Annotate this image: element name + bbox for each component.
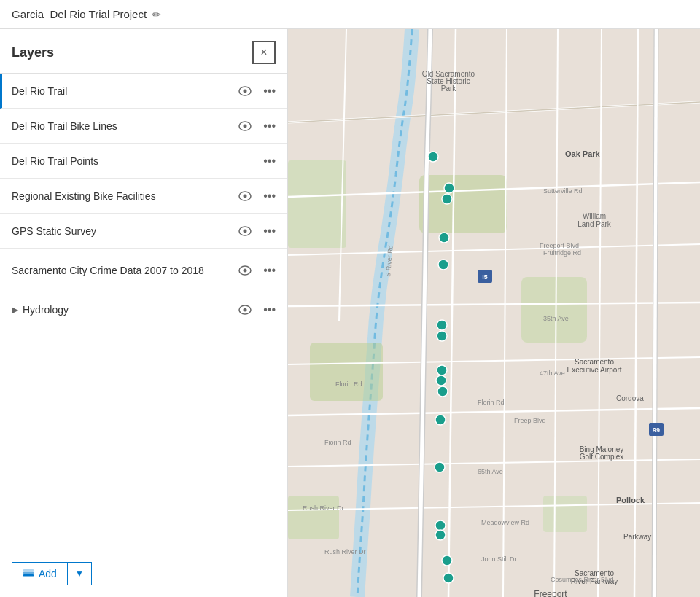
project-title: Garcia_Del Rio Trial Project [12,8,147,20]
expand-arrow-icon: ▶ [12,305,18,315]
more-options-icon[interactable]: ••• [260,302,279,318]
more-options-icon[interactable]: ••• [260,262,279,278]
svg-rect-16 [288,160,346,248]
layer-controls: ••• [236,302,279,318]
more-options-icon[interactable]: ••• [260,188,279,204]
svg-text:Meadowview Rd: Meadowview Rd [481,519,529,526]
layer-name: GPS Static Survey [12,225,236,237]
layer-controls: ••• [236,118,279,134]
visibility-icon[interactable] [236,120,254,133]
svg-text:Sutterville Rd: Sutterville Rd [543,187,583,195]
more-options-icon[interactable]: ••• [260,118,279,134]
svg-point-5 [244,194,247,198]
more-options-icon[interactable]: ••• [260,83,279,99]
layer-name: Sacramento City Crime Data 2007 to 2018 [12,265,236,276]
map-container[interactable]: Old Sacramento State Historic Park Oak P… [288,29,700,597]
layer-name: Del Rio Trail [12,85,236,97]
svg-rect-14 [23,569,34,571]
visibility-icon[interactable] [236,303,254,316]
svg-point-85 [435,520,446,531]
map-svg: Old Sacramento State Historic Park Oak P… [288,29,700,597]
sidebar-footer: Add ▼ [0,550,287,597]
visibility-icon[interactable] [236,190,254,203]
layer-controls: ••• [260,153,279,169]
layers-icon [23,568,34,580]
layers-sidebar: Layers × Del Rio Trail ••• [0,29,288,597]
svg-text:99: 99 [653,426,660,434]
layer-item-hydrology[interactable]: ▶ Hydrology ••• [0,292,287,327]
app-header: Garcia_Del Rio Trial Project ✏ [0,0,700,29]
layer-item-del-rio-trail[interactable]: Del Rio Trail ••• [0,74,287,109]
layer-item-crime-data[interactable]: Sacramento City Crime Data 2007 to 2018 … [0,249,287,292]
add-dropdown-button[interactable]: ▼ [68,563,91,585]
svg-point-77 [438,260,448,270]
layer-item-gps-survey[interactable]: GPS Static Survey ••• [0,214,287,249]
svg-point-87 [442,555,452,566]
svg-point-3 [244,124,247,128]
svg-rect-21 [543,496,587,532]
svg-text:Freeport Blvd: Freeport Blvd [540,242,579,249]
visibility-icon[interactable] [236,264,254,277]
close-sidebar-button[interactable]: × [252,41,276,64]
svg-text:Cosumnes River Blvd: Cosumnes River Blvd [551,576,614,583]
svg-point-9 [244,268,247,272]
svg-text:65th Ave: 65th Ave [478,468,503,475]
svg-point-84 [435,462,445,472]
visibility-icon[interactable] [236,225,254,238]
svg-point-79 [437,331,447,341]
layer-item-bike-lines[interactable]: Del Rio Trail Bike Lines ••• [0,109,287,144]
svg-rect-18 [521,277,587,343]
svg-text:Fruitridge Rd: Fruitridge Rd [543,249,581,257]
svg-point-1 [244,89,247,93]
svg-text:Oak Park: Oak Park [565,149,601,158]
svg-point-83 [435,415,446,425]
layer-list: Del Rio Trail ••• Del Rio Trail Bike Lin… [0,74,287,550]
svg-point-88 [443,573,454,583]
layer-name: Del Rio Trail Bike Lines [12,120,236,132]
svg-point-80 [437,365,447,375]
svg-point-82 [438,386,448,397]
svg-rect-17 [419,175,507,233]
svg-text:47th Ave: 47th Ave [540,370,565,377]
svg-point-75 [442,194,452,204]
layer-name: Regional Existing Bike Facilities [12,190,236,202]
svg-rect-20 [288,496,339,539]
main-layout: Layers × Del Rio Trail ••• [0,29,700,597]
more-options-icon[interactable]: ••• [260,153,279,169]
svg-text:John Still Dr: John Still Dr [481,555,517,563]
svg-text:Park: Park [441,85,457,93]
svg-text:Sacramento: Sacramento [575,358,614,366]
svg-text:Florin Rd: Florin Rd [478,399,505,406]
svg-text:Fiorin Rd: Fiorin Rd [324,439,351,446]
layer-name: Del Rio Trail Points [12,155,260,167]
layer-name: Hydrology [23,304,236,316]
svg-text:William: William [583,212,606,220]
svg-text:Florin Rd: Florin Rd [335,381,362,388]
svg-rect-13 [23,572,34,574]
svg-point-86 [435,530,446,540]
layer-item-trail-points[interactable]: Del Rio Trail Points ••• [0,144,287,179]
svg-point-81 [436,375,446,386]
svg-text:Cordova: Cordova [616,394,644,402]
svg-point-76 [439,233,449,243]
layer-item-regional-bike[interactable]: Regional Existing Bike Facilities ••• [0,179,287,214]
svg-text:Golf Complex: Golf Complex [580,453,624,461]
svg-rect-19 [310,343,383,401]
layer-controls: ••• [236,262,279,278]
svg-text:Rush River Dr: Rush River Dr [303,504,344,512]
svg-text:Freeport: Freeport [534,589,567,597]
add-layer-button-group: Add ▼ [12,562,92,585]
edit-icon[interactable]: ✏ [152,9,161,20]
more-options-icon[interactable]: ••• [260,223,279,239]
add-layer-button[interactable]: Add [12,563,68,585]
svg-text:Executive Airport: Executive Airport [567,366,621,374]
svg-text:Parkway: Parkway [623,533,651,541]
add-label: Add [39,568,57,580]
svg-text:Rush River Dr: Rush River Dr [324,548,366,555]
svg-text:I5: I5 [482,273,488,281]
svg-rect-12 [23,574,34,577]
svg-point-73 [428,152,438,162]
visibility-icon[interactable] [236,85,254,98]
svg-point-74 [444,183,454,193]
layer-controls: ••• [236,83,279,99]
